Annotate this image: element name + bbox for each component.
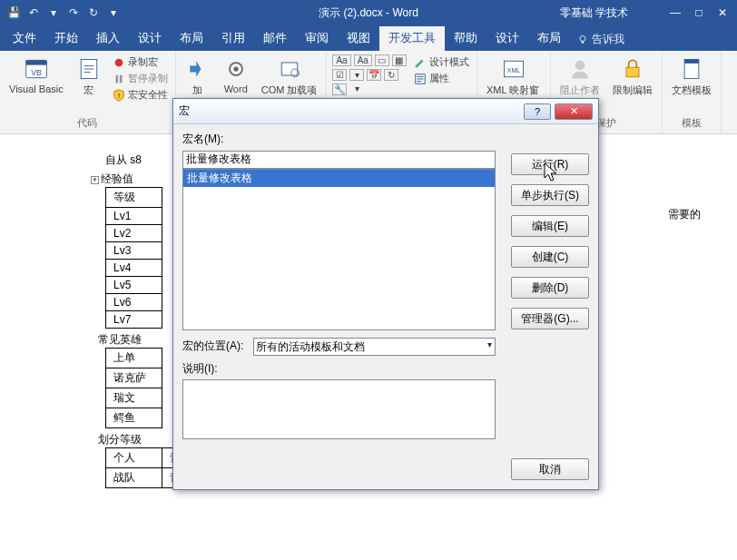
macros-icon: [76, 56, 102, 82]
svg-text:VB: VB: [31, 68, 42, 77]
tab-design[interactable]: 设计: [129, 26, 171, 51]
gear-icon: [223, 56, 249, 82]
group-template-label: 模板: [668, 116, 715, 132]
visual-basic-button[interactable]: VB Visual Basic: [5, 54, 67, 96]
svg-point-11: [233, 66, 238, 71]
macro-description-box[interactable]: [182, 379, 496, 439]
properties-button[interactable]: 属性: [412, 71, 471, 86]
macro-list[interactable]: 批量修改表格: [182, 169, 496, 330]
outline-plus-icon[interactable]: +: [91, 176, 99, 184]
tab-table-design[interactable]: 设计: [486, 26, 528, 51]
refresh-icon[interactable]: ↻: [85, 5, 102, 21]
macro-name-label: 宏名(M):: [182, 132, 589, 147]
group-code: VB Visual Basic 宏 录制宏 暂停录制 !宏安全性 代码: [0, 51, 176, 133]
template-icon: [679, 56, 704, 82]
legacy-dropdown-icon[interactable]: ▾: [349, 84, 364, 95]
dialog-close-button[interactable]: ✕: [555, 103, 593, 120]
block-author-icon: [567, 56, 593, 82]
date-control-icon[interactable]: 📅: [367, 69, 381, 81]
svg-rect-18: [626, 67, 639, 77]
cancel-button[interactable]: 取消: [511, 458, 589, 480]
run-button[interactable]: 运行(R): [511, 153, 589, 175]
title-right-text: 零基础 学技术: [560, 5, 628, 21]
delete-button[interactable]: 删除(D): [511, 277, 589, 299]
properties-icon: [414, 73, 427, 85]
svg-point-6: [114, 58, 123, 66]
tab-file[interactable]: 文件: [4, 26, 45, 51]
levels-table: 等级 Lv1 Lv2 Lv3 Lv4 Lv5 Lv6 Lv7: [105, 187, 162, 329]
lightbulb-icon: [577, 34, 588, 45]
plain-text-control-icon[interactable]: Aa: [354, 54, 372, 66]
svg-text:!: !: [118, 91, 120, 99]
tab-help[interactable]: 帮助: [445, 26, 486, 51]
maximize-button[interactable]: □: [688, 6, 710, 19]
design-mode-icon: [414, 56, 427, 69]
building-block-control-icon[interactable]: ▦: [392, 54, 407, 66]
tab-table-layout[interactable]: 布局: [528, 26, 570, 51]
title-bar: 💾 ↶ ▾ ↷ ↻ ▾ 演示 (2).docx - Word 零基础 学技术 —…: [0, 0, 737, 25]
doc-text-right: 需要的: [668, 207, 701, 222]
table-cell: Lv6: [106, 294, 162, 311]
macro-security-button[interactable]: !宏安全性: [111, 87, 170, 103]
combobox-control-icon[interactable]: ▾: [349, 69, 364, 81]
repeating-control-icon[interactable]: ↻: [384, 69, 398, 81]
design-mode-button[interactable]: 设计模式: [412, 54, 471, 70]
organizer-button[interactable]: 管理器(G)...: [511, 308, 589, 329]
table-cell: 上单: [106, 349, 162, 368]
svg-rect-3: [25, 60, 46, 64]
tab-mailings[interactable]: 邮件: [254, 26, 296, 51]
svg-rect-7: [115, 74, 118, 83]
qat-more-icon[interactable]: ▾: [45, 5, 62, 21]
checkbox-control-icon[interactable]: ☑: [332, 69, 347, 81]
tab-layout[interactable]: 布局: [171, 26, 212, 51]
document-template-button[interactable]: 文档模板: [668, 54, 715, 99]
table-cell: 个人: [106, 448, 162, 468]
svg-point-17: [575, 60, 585, 70]
tab-developer[interactable]: 开发工具: [379, 26, 445, 51]
tab-view[interactable]: 视图: [338, 26, 379, 51]
tell-me-label: 告诉我: [592, 32, 624, 47]
restrict-editing-button[interactable]: 限制编辑: [609, 54, 656, 99]
tab-home[interactable]: 开始: [45, 26, 87, 51]
svg-rect-1: [582, 41, 584, 43]
macro-list-item[interactable]: 批量修改表格: [183, 170, 495, 187]
macro-location-label: 宏的位置(A):: [182, 339, 246, 354]
qat-dropdown-icon[interactable]: ▾: [105, 5, 122, 21]
addin-icon: [185, 56, 211, 82]
macros-button[interactable]: 宏: [73, 54, 105, 99]
rich-text-control-icon[interactable]: Aa: [332, 54, 350, 66]
word-addins-button[interactable]: Word: [220, 54, 252, 96]
dialog-titlebar[interactable]: 宏 ? ✕: [173, 99, 598, 124]
quick-access-toolbar: 💾 ↶ ▾ ↷ ↻ ▾: [0, 5, 122, 21]
com-addins-button[interactable]: COM 加载项: [258, 54, 321, 99]
macro-dialog: 宏 ? ✕ 宏名(M): 批量修改表格 宏的位置(A): 说明(I): 运行(R…: [172, 98, 599, 490]
step-into-button[interactable]: 单步执行(S): [511, 184, 589, 206]
ribbon-tabs: 文件 开始 插入 设计 布局 引用 邮件 审阅 视图 开发工具 帮助 设计 布局…: [0, 25, 737, 51]
macro-name-input[interactable]: [182, 151, 496, 169]
picture-control-icon[interactable]: ▭: [375, 54, 389, 66]
dialog-help-button[interactable]: ?: [524, 103, 551, 120]
save-icon[interactable]: 💾: [5, 5, 22, 21]
tab-insert[interactable]: 插入: [87, 26, 129, 51]
minimize-button[interactable]: —: [664, 6, 686, 19]
record-icon: [113, 56, 125, 69]
svg-rect-8: [120, 74, 123, 83]
tab-references[interactable]: 引用: [212, 26, 254, 51]
com-icon: [277, 56, 302, 82]
legacy-tools-icon[interactable]: 🔧: [332, 84, 347, 95]
xml-icon: XML: [501, 56, 526, 82]
svg-text:XML: XML: [507, 67, 521, 74]
close-button[interactable]: ✕: [712, 6, 733, 19]
record-macro-button[interactable]: 录制宏: [111, 54, 170, 70]
visual-basic-icon: VB: [24, 56, 49, 82]
create-button[interactable]: 创建(C): [511, 246, 589, 268]
macro-description-label: 说明(I):: [182, 361, 589, 377]
macro-location-select[interactable]: [253, 338, 496, 356]
doc-heroes-label: 常见英雄: [98, 333, 142, 346]
edit-button[interactable]: 编辑(E): [511, 215, 589, 237]
tab-review[interactable]: 审阅: [296, 26, 338, 51]
undo-icon[interactable]: ↶: [25, 5, 42, 21]
redo-icon[interactable]: ↷: [65, 5, 82, 21]
addins-button[interactable]: 加: [182, 54, 214, 99]
tell-me[interactable]: 告诉我: [570, 28, 632, 51]
